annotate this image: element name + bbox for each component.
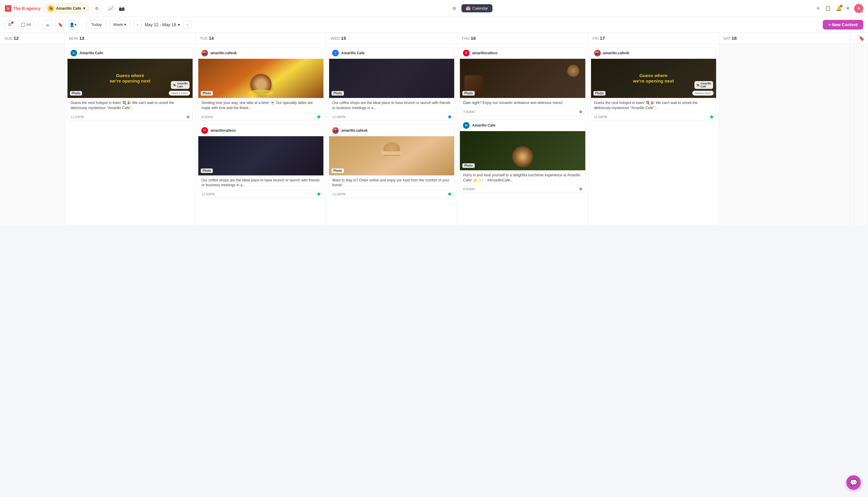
post-card-wed1[interactable]: f Amarillo Cafe Photo Our coffee shops a… xyxy=(329,47,455,121)
tue-num: 14 xyxy=(209,36,214,41)
status-dot-wed2 xyxy=(448,193,451,196)
thu-label: THU xyxy=(461,36,470,41)
card-account-tue2: amarillocafeco xyxy=(210,128,236,133)
col-sat xyxy=(719,44,850,225)
card-time-thu1: 7:00AM xyxy=(463,110,474,114)
photo-badge-thu1: Photo xyxy=(463,91,474,96)
post-card-thu1[interactable]: P amarillocafeco Photo Date night? Enjoy… xyxy=(460,47,585,116)
guess-text-fri1: Guess wherewe're opening next xyxy=(630,73,677,84)
prev-week-button[interactable]: ‹ xyxy=(133,20,142,29)
platform-icon-pinterest-tue2: P xyxy=(201,127,208,134)
card-account-mon1: Amarillo Cafe xyxy=(80,51,103,55)
col-extra xyxy=(850,44,868,225)
send-icon[interactable]: ✈ xyxy=(816,5,820,11)
calendar-header: SUN 12 MON 13 TUE 14 WED 15 THU 16 FRI 1… xyxy=(0,32,868,44)
card-time-fri1: 11:04PM xyxy=(594,115,607,119)
chat-button[interactable]: 💬 xyxy=(846,475,861,490)
cafe-logo-mon1: 🐂AmarilloCafe xyxy=(171,81,189,89)
card-image-thu2: Photo xyxy=(460,131,585,170)
instagram-nav-icon[interactable]: 📷 xyxy=(119,5,125,11)
card-header-thu1: P amarillocafeco xyxy=(460,47,585,59)
post-card-mon1[interactable]: in Amarillo Cafe Guess wherewe're openin… xyxy=(67,47,193,121)
sliders-button[interactable]: ⚌ xyxy=(43,20,53,30)
calendar-grid: in Amarillo Cafe Guess wherewe're openin… xyxy=(0,44,868,225)
date-range-text: May 12 - May 18 xyxy=(145,22,176,27)
top-nav: b The B agency 🐂 Amarillo Cafe ▾ ⚙ 📈 📷 ⊞… xyxy=(0,0,868,17)
header-mon: MON 13 xyxy=(65,32,196,44)
card-image-inner-fri1: Guess wherewe're opening next 🐂AmarilloC… xyxy=(591,59,716,98)
platform-icon-facebook-wed1: f xyxy=(332,50,339,56)
date-range[interactable]: May 12 - May 18 ▾ xyxy=(145,22,180,27)
post-card-tue1[interactable]: 📸 amarillo.cafeok Photo Sending love you… xyxy=(198,47,324,121)
platform-icon-instagram-fri1: 📸 xyxy=(594,50,601,56)
post-card-thu2[interactable]: in Amarillo Cafe Photo Hurry in and trea… xyxy=(460,119,585,193)
account-selector[interactable]: 🐂 Amarillo Cafe ▾ xyxy=(44,4,89,13)
card-footer-thu2: 8:00AM xyxy=(460,185,585,193)
card-body-fri1: Guess the next hotspot in town! 🍳🎉 We ca… xyxy=(591,98,716,113)
card-body-thu1: Date night? Enjoy our romantic ambiance … xyxy=(460,98,585,108)
post-card-tue2[interactable]: P amarillocafeco Photo Our coffee shops … xyxy=(198,125,324,198)
header-extra: 🔖 xyxy=(850,32,868,44)
sliders-icon: ⚌ xyxy=(46,22,50,27)
next-week-button[interactable]: › xyxy=(183,20,191,29)
card-text-wed2: Want to stay in? Order online and enjoy … xyxy=(332,178,451,188)
grid-view-button[interactable]: ⊞ xyxy=(449,4,460,12)
chart-icon[interactable]: 📈 xyxy=(108,5,114,11)
card-image-tue1: Photo xyxy=(198,59,323,98)
bell-icon[interactable]: 🔔 xyxy=(836,5,842,11)
gear-button[interactable]: ⚙ xyxy=(92,4,102,13)
card-account-thu2: Amarillo Cafe xyxy=(472,123,495,127)
nav-center: ⊞ 📅 Calendar xyxy=(128,4,813,12)
new-content-button[interactable]: + New Content xyxy=(823,20,863,30)
photo-badge-thu2: Photo xyxy=(463,164,474,168)
card-time-tue1: 8:00AM xyxy=(201,115,213,119)
tue-label: TUE xyxy=(200,36,208,41)
card-image-inner-wed2 xyxy=(329,136,454,175)
photo-badge-mon1: Photo xyxy=(70,91,82,96)
header-wed: WED 15 xyxy=(326,32,457,44)
chevron-left-icon: ‹ xyxy=(137,23,138,27)
status-dot-fri1 xyxy=(710,115,713,118)
card-account-wed2: amarillo.cafeok xyxy=(341,128,367,133)
guess-text-mon1: Guess wherewe're opening next xyxy=(107,73,153,84)
fri-label: FRI xyxy=(593,36,599,41)
all-checkbox xyxy=(21,23,25,27)
col-wed: f Amarillo Cafe Photo Our coffee shops a… xyxy=(326,44,457,225)
heart-icon[interactable]: ♥ xyxy=(846,6,850,11)
card-header-mon1: in Amarillo Cafe xyxy=(68,47,193,59)
today-button[interactable]: Today xyxy=(86,20,106,29)
bookmark-icon: 🔖 xyxy=(58,22,63,27)
chat-icon: 💬 xyxy=(850,479,857,486)
card-image-wed2: Photo xyxy=(329,136,454,175)
week-label: Week xyxy=(113,22,123,27)
col-thu: P amarillocafeco Photo Date night? Enjoy… xyxy=(457,44,588,225)
card-image-inner-thu2 xyxy=(460,131,585,170)
card-header-tue1: 📸 amarillo.cafeok xyxy=(198,47,323,59)
avatar-online-indicator xyxy=(861,11,863,13)
week-selector[interactable]: Week ▾ xyxy=(109,20,130,29)
card-image-wed1: Photo xyxy=(329,59,454,98)
card-image-tue2: Photo xyxy=(198,136,323,175)
user-filter-button[interactable]: 👤 ▾ xyxy=(68,20,78,30)
avatar[interactable]: A xyxy=(854,4,863,13)
card-footer-tue1: 8:00AM xyxy=(198,113,323,120)
wed-label: WED xyxy=(331,36,340,41)
bookmark-button[interactable]: 🔖 xyxy=(55,20,65,30)
photo-badge-wed1: Photo xyxy=(331,91,344,96)
calendar-icon: 📅 xyxy=(466,6,470,11)
post-card-fri1[interactable]: 📸 amarillo.cafeok Guess wherewe're openi… xyxy=(591,47,716,121)
post-card-wed2[interactable]: 📸 amarillo.cafeok Photo Want to stay in?… xyxy=(329,125,455,198)
card-header-tue2: P amarillocafeco xyxy=(198,125,323,136)
card-body-tue2: Our coffee shops are the ideal place to … xyxy=(198,175,323,190)
platform-icon-linkedin-thu2: in xyxy=(463,122,470,129)
filter-button[interactable]: ⊟ xyxy=(5,20,15,29)
calendar-view-button[interactable]: 📅 Calendar xyxy=(461,4,493,12)
col-sun xyxy=(0,44,65,225)
card-footer-wed2: 12:00PM xyxy=(329,190,454,198)
account-icon: 🐂 xyxy=(48,5,54,12)
card-image-thu1: Photo xyxy=(460,59,585,98)
clipboard-icon[interactable]: 📋 xyxy=(825,5,831,11)
all-filter-button[interactable]: All xyxy=(18,20,34,29)
thu-num: 16 xyxy=(471,36,476,41)
platform-icon-instagram-tue1: 📸 xyxy=(201,50,208,56)
